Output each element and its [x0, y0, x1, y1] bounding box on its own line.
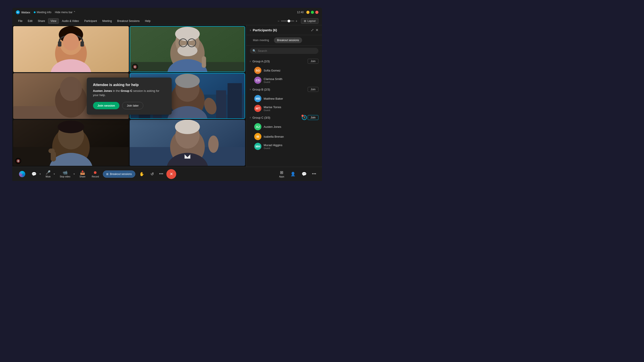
menu-edit[interactable]: Edit: [26, 18, 35, 23]
more-reactions-btn[interactable]: ↺: [148, 170, 156, 178]
mute-group: 🎤 Mute ▾: [44, 169, 56, 179]
participant-marise: MT Marise Torres Guest: [246, 103, 322, 113]
zoom-out-btn[interactable]: −: [278, 19, 280, 23]
meeting-info-indicator[interactable]: Meeting info: [34, 11, 51, 14]
group-c-join-btn[interactable]: Join: [308, 115, 318, 120]
menu-share[interactable]: Share: [36, 18, 47, 23]
chat-btn[interactable]: 💬: [300, 170, 309, 178]
share-btn[interactable]: 📤 Share: [77, 169, 88, 179]
maximize-btn[interactable]: [311, 11, 314, 14]
menu-audio-video[interactable]: Audio & Video: [60, 18, 81, 23]
svg-point-47: [175, 120, 200, 134]
video-group: 📹 Stop video ▾: [58, 169, 75, 179]
participant-murad-role: Guest: [264, 147, 318, 149]
notif-group-name: Group C: [121, 89, 132, 92]
video-cell-2: 🔇: [130, 26, 245, 72]
record-btn[interactable]: ⏺ Record: [90, 169, 101, 179]
participant-austen: AJ Austen Jones: [246, 122, 322, 132]
participant-austen-info: Austen Jones: [264, 125, 318, 128]
hide-menubar-btn[interactable]: Hide menu bar ⌃: [55, 11, 76, 14]
menu-help[interactable]: Help: [143, 18, 153, 23]
participant-austen-name: Austen Jones: [264, 125, 318, 128]
notif-middle: in the: [113, 89, 120, 92]
join-later-btn[interactable]: Join later: [122, 102, 143, 109]
svg-point-23: [60, 77, 82, 101]
participant-marise-name: Marise Torres: [264, 105, 318, 109]
menu-file[interactable]: File: [16, 18, 24, 23]
mute-indicator-5: 🔇: [15, 158, 21, 164]
panel-close-btn[interactable]: ✕: [316, 28, 318, 32]
webex-orb-btn[interactable]: [17, 170, 28, 179]
participant-clarissa-info: Clarissa Smith Guest: [264, 77, 318, 83]
mute-btn[interactable]: 🎤 Mute: [44, 169, 53, 179]
share-icon: 📤: [80, 170, 85, 175]
menu-breakout-sessions[interactable]: Breakout Sessions: [115, 18, 142, 23]
group-b-join-btn[interactable]: Join: [308, 87, 318, 92]
zoom-slider[interactable]: [281, 20, 294, 21]
apps-btn[interactable]: ⊞ Apps: [277, 169, 286, 179]
menu-participant[interactable]: Participant: [82, 18, 99, 23]
panel-collapse-btn[interactable]: ›: [250, 28, 251, 32]
zoom-in-btn[interactable]: +: [296, 19, 298, 23]
participant-murad-name: Murad Higgins: [264, 143, 318, 147]
notif-person-name: Austen Jones: [93, 89, 112, 92]
raise-hand-btn[interactable]: ✋: [137, 170, 146, 178]
webex-icon: W: [16, 10, 20, 14]
mute-arrow[interactable]: ▾: [53, 171, 56, 177]
video-cell-1: [13, 26, 129, 72]
mute-label: Mute: [46, 175, 50, 178]
hand-icon: ✋: [139, 172, 144, 177]
group-c-header[interactable]: › Group C (3/3) 1 ? Join: [246, 113, 322, 122]
breakout-sessions-btn[interactable]: ⊞ Breakout sessions: [103, 170, 135, 178]
stop-video-btn[interactable]: 📹 Stop video: [58, 169, 72, 179]
title-bar-right: 12:40: [297, 11, 318, 14]
search-box[interactable]: 🔍: [250, 48, 318, 54]
more-btn-right[interactable]: •••: [310, 170, 318, 178]
menu-view[interactable]: View: [48, 18, 59, 24]
end-call-btn[interactable]: ✕: [166, 169, 176, 179]
avatar-clarissa: CS: [254, 77, 262, 84]
group-a-header[interactable]: › Group A (2/3) Join: [246, 57, 322, 65]
group-a-join-btn[interactable]: Join: [308, 59, 318, 64]
svg-rect-29: [216, 90, 226, 118]
zoom-control: − +: [278, 19, 298, 23]
more-options-btn[interactable]: •••: [158, 170, 165, 178]
menu-bar: File Edit Share View Audio & Video Parti…: [12, 17, 322, 25]
minimize-btn[interactable]: [306, 11, 310, 14]
join-session-btn[interactable]: Join session: [93, 102, 120, 109]
video-grid: 🔇: [12, 25, 246, 167]
svg-rect-19: [202, 56, 206, 68]
layout-grid-icon: ⊞: [304, 19, 306, 22]
group-c-name: Group C (3/3): [252, 116, 302, 119]
webex-orb-icon: [19, 171, 25, 177]
panel-action-buttons: ⤢ ✕: [311, 28, 318, 32]
group-c-join-wrapper: 1 ? Join: [302, 115, 318, 120]
menu-meeting[interactable]: Meeting: [100, 18, 114, 23]
emoji-icon: 💬: [32, 172, 36, 177]
help-icon: ?: [304, 116, 305, 119]
tab-main-meeting[interactable]: Main meeting: [250, 37, 272, 43]
window-controls: [306, 11, 318, 14]
close-btn[interactable]: [315, 11, 318, 14]
video-icon: 📹: [62, 170, 68, 175]
mute-indicator-2: 🔇: [132, 64, 138, 70]
groups-list: › Group A (2/3) Join SG Sofia Gomez CS C…: [246, 56, 322, 167]
stop-video-label: Stop video: [60, 175, 70, 178]
reactions-arrow[interactable]: ▾: [39, 171, 42, 177]
reactions-btn[interactable]: 💬: [29, 170, 39, 178]
participants-btn[interactable]: 👤: [288, 170, 298, 178]
search-input[interactable]: [258, 49, 316, 52]
video-arrow[interactable]: ▾: [73, 171, 76, 177]
notif-title: Attendee is asking for help: [93, 83, 166, 87]
avatar-austen: AJ: [254, 123, 262, 130]
meeting-dot: [34, 11, 36, 13]
panel-expand-btn[interactable]: ⤢: [311, 28, 314, 32]
svg-rect-6: [80, 41, 84, 46]
participant-matthew: MB Matthew Baker: [246, 94, 322, 103]
group-b-header[interactable]: › Group B (2/3) Join: [246, 85, 322, 94]
mic-off-icon: 🔇: [133, 65, 137, 69]
svg-point-14: [177, 45, 198, 56]
layout-btn[interactable]: ⊞ Layout: [301, 18, 318, 24]
tab-breakout-sessions[interactable]: Breakout sessions: [274, 37, 302, 43]
chat-icon: 💬: [302, 172, 306, 177]
